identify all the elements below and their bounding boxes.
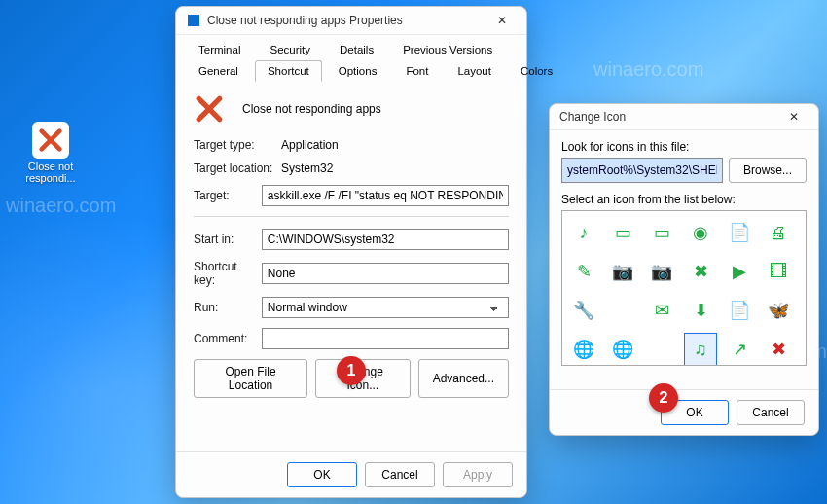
tab-details[interactable]: Details (327, 39, 386, 60)
video-file-icon[interactable]: ▶ (724, 256, 755, 287)
envelope-icon[interactable]: ✉ (646, 295, 677, 326)
change-icon-title: Change Icon (559, 110, 779, 124)
tabs: Terminal Security Details Previous Versi… (176, 35, 526, 82)
butterfly-icon[interactable]: 🦋 (763, 295, 794, 326)
tab-security[interactable]: Security (257, 39, 323, 60)
apply-button[interactable]: Apply (443, 462, 513, 487)
file-move-icon[interactable]: 📄 (724, 217, 755, 248)
shortcut-header-text: Close not responding apps (242, 102, 381, 116)
camera-small-icon[interactable]: 📷 (646, 256, 677, 287)
tab-font[interactable]: Font (393, 60, 441, 82)
label-run: Run: (194, 301, 262, 314)
desktop-shortcut-label: Close not respondi... (21, 161, 80, 184)
badge-1: 1 (337, 356, 366, 385)
icon-path-input[interactable] (561, 158, 723, 183)
cancel-button[interactable]: Cancel (365, 462, 435, 487)
pen-icon[interactable]: ✎ (568, 256, 599, 287)
cancel-button[interactable]: Cancel (737, 400, 805, 425)
target-input[interactable] (262, 185, 509, 206)
icon-empty[interactable] (646, 334, 677, 365)
svg-rect-0 (188, 15, 199, 26)
x-close-icon[interactable]: ✖ (763, 334, 794, 365)
change-icon-window: Change Icon ✕ Look for icons in this fil… (549, 103, 819, 436)
look-for-label: Look for icons in this file: (561, 140, 807, 154)
app-icon (186, 13, 201, 28)
camera-x-icon[interactable]: ✖ (685, 256, 716, 287)
copy-icon[interactable]: 📑 (802, 295, 807, 326)
open-file-location-button[interactable]: Open File Location (194, 359, 307, 398)
label-target-type: Target type: (194, 138, 281, 152)
run-select[interactable]: Normal window (262, 297, 509, 318)
select-icon-label: Select an icon from the list below: (561, 193, 807, 206)
label-shortcut-key: Shortcut key: (194, 260, 262, 287)
label-comment: Comment: (194, 332, 262, 345)
audio-cd-icon[interactable]: ◉ (685, 217, 716, 248)
icon-empty[interactable] (607, 295, 638, 326)
film-icon[interactable]: 🎞 (763, 256, 794, 287)
watermark: winaero.com (6, 195, 116, 217)
advanced-button[interactable]: Advanced... (418, 359, 509, 398)
tab-colors[interactable]: Colors (508, 60, 565, 82)
close-icon (32, 122, 69, 159)
document-icon[interactable]: 📄 (724, 295, 755, 326)
start-in-input[interactable] (262, 229, 509, 250)
browse-button[interactable]: Browse... (729, 158, 807, 183)
tab-options[interactable]: Options (326, 60, 390, 82)
watermark: winaero.com (593, 58, 703, 81)
badge-2: 2 (649, 383, 678, 413)
close-button[interactable]: ✕ (487, 14, 517, 27)
ok-button[interactable]: OK (287, 462, 357, 487)
desktop-shortcut[interactable]: Close not respondi... (21, 122, 80, 184)
globe-net-icon[interactable]: 🌐 (607, 334, 638, 365)
close-button[interactable]: ✕ (779, 110, 809, 124)
printer-icon[interactable]: 🖨 (763, 217, 794, 248)
camera-icon[interactable]: 📷 (607, 256, 638, 287)
label-start-in: Start in: (194, 233, 262, 246)
shortcut-x-icon (194, 93, 225, 125)
tab-general[interactable]: General (186, 60, 251, 82)
label-target-location: Target location: (194, 162, 281, 175)
wrench-icon[interactable]: 🔧 (568, 295, 599, 326)
tab-terminal[interactable]: Terminal (186, 39, 253, 60)
tab-layout[interactable]: Layout (445, 60, 504, 82)
drive-icon[interactable]: ▭ (646, 217, 677, 248)
label-target: Target: (194, 189, 262, 202)
presentation-icon[interactable]: ▤ (802, 217, 807, 248)
properties-window: Close not responding apps Properties ✕ T… (175, 6, 527, 498)
value-target-type: Application (281, 138, 509, 152)
separator (194, 216, 509, 217)
music-note-icon[interactable]: ♫ (685, 334, 716, 365)
download-icon[interactable]: ⬇ (685, 295, 716, 326)
comment-input[interactable] (262, 328, 509, 349)
drive-icon[interactable]: ▭ (607, 217, 638, 248)
icon-grid[interactable]: ♪▭▭◉📄🖨▤✎📷📷✖▶🎞▶🔧✉⬇📄🦋📑🌐🌐♫↗✖👥📷🏠 (561, 210, 807, 366)
users-icon[interactable]: 👥 (802, 334, 807, 365)
music-file-icon[interactable]: ♪ (568, 217, 599, 248)
globe-icon[interactable]: 🌐 (568, 334, 599, 365)
titlebar: Close not responding apps Properties ✕ (176, 7, 526, 35)
value-target-location: System32 (281, 162, 509, 175)
tab-shortcut[interactable]: Shortcut (255, 60, 322, 82)
share-icon[interactable]: ↗ (724, 334, 755, 365)
shortcut-key-input[interactable] (262, 263, 509, 284)
window-title: Close not responding apps Properties (207, 14, 487, 27)
tab-previous-versions[interactable]: Previous Versions (390, 39, 505, 60)
play-icon[interactable]: ▶ (802, 256, 807, 287)
